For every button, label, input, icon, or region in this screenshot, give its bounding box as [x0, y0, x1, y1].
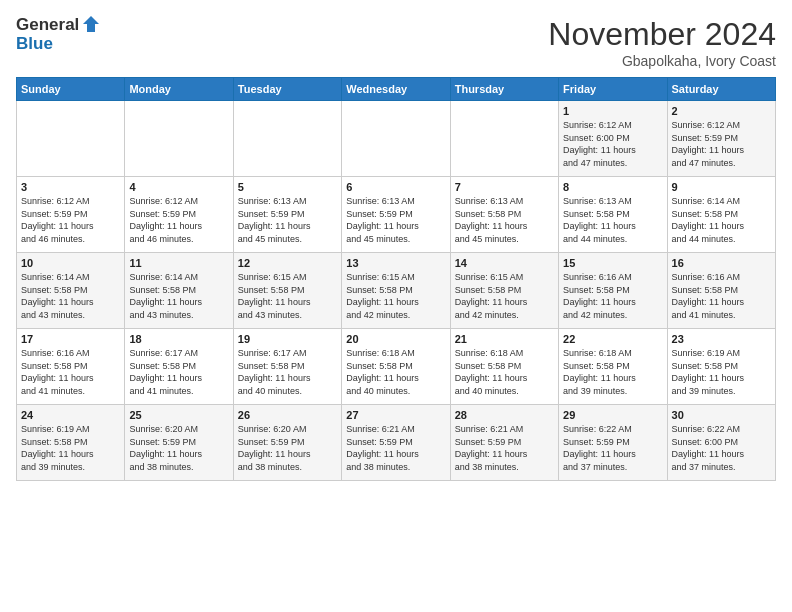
day-info: Sunset: 5:58 PM	[563, 360, 662, 373]
day-info: Daylight: 11 hours	[563, 220, 662, 233]
table-row: 7Sunrise: 6:13 AMSunset: 5:58 PMDaylight…	[450, 177, 558, 253]
table-row: 6Sunrise: 6:13 AMSunset: 5:59 PMDaylight…	[342, 177, 450, 253]
day-info: Sunrise: 6:14 AM	[672, 195, 771, 208]
day-info: Sunset: 5:59 PM	[346, 208, 445, 221]
day-info: Sunrise: 6:12 AM	[563, 119, 662, 132]
table-row: 22Sunrise: 6:18 AMSunset: 5:58 PMDayligh…	[559, 329, 667, 405]
day-number: 14	[455, 257, 554, 269]
day-number: 15	[563, 257, 662, 269]
day-info: and 41 minutes.	[21, 385, 120, 398]
day-info: and 38 minutes.	[129, 461, 228, 474]
day-number: 16	[672, 257, 771, 269]
day-info: Sunset: 5:59 PM	[346, 436, 445, 449]
day-number: 6	[346, 181, 445, 193]
day-info: Daylight: 11 hours	[238, 220, 337, 233]
day-number: 1	[563, 105, 662, 117]
day-info: Sunrise: 6:12 AM	[21, 195, 120, 208]
calendar-header-row: Sunday Monday Tuesday Wednesday Thursday…	[17, 78, 776, 101]
day-info: Sunset: 5:59 PM	[129, 436, 228, 449]
table-row: 2Sunrise: 6:12 AMSunset: 5:59 PMDaylight…	[667, 101, 775, 177]
day-info: Daylight: 11 hours	[129, 372, 228, 385]
day-info: Sunset: 5:58 PM	[129, 284, 228, 297]
calendar-table: Sunday Monday Tuesday Wednesday Thursday…	[16, 77, 776, 481]
day-info: Daylight: 11 hours	[238, 372, 337, 385]
table-row: 21Sunrise: 6:18 AMSunset: 5:58 PMDayligh…	[450, 329, 558, 405]
day-info: Daylight: 11 hours	[238, 448, 337, 461]
day-info: and 40 minutes.	[455, 385, 554, 398]
day-info: Sunset: 5:58 PM	[455, 208, 554, 221]
col-monday: Monday	[125, 78, 233, 101]
day-info: Sunset: 5:58 PM	[672, 360, 771, 373]
day-info: and 37 minutes.	[563, 461, 662, 474]
day-info: Sunset: 5:58 PM	[346, 360, 445, 373]
day-info: Sunset: 5:58 PM	[346, 284, 445, 297]
day-info: Sunrise: 6:12 AM	[672, 119, 771, 132]
day-number: 29	[563, 409, 662, 421]
day-info: Sunrise: 6:14 AM	[129, 271, 228, 284]
day-info: Sunset: 5:58 PM	[455, 284, 554, 297]
day-info: Daylight: 11 hours	[563, 144, 662, 157]
day-info: Sunset: 6:00 PM	[672, 436, 771, 449]
day-info: and 39 minutes.	[21, 461, 120, 474]
day-number: 17	[21, 333, 120, 345]
day-info: Sunset: 5:58 PM	[129, 360, 228, 373]
day-info: Sunset: 5:59 PM	[238, 208, 337, 221]
table-row: 28Sunrise: 6:21 AMSunset: 5:59 PMDayligh…	[450, 405, 558, 481]
table-row: 18Sunrise: 6:17 AMSunset: 5:58 PMDayligh…	[125, 329, 233, 405]
day-number: 25	[129, 409, 228, 421]
table-row: 20Sunrise: 6:18 AMSunset: 5:58 PMDayligh…	[342, 329, 450, 405]
day-info: and 47 minutes.	[672, 157, 771, 170]
day-info: Sunrise: 6:21 AM	[455, 423, 554, 436]
day-info: Sunset: 5:59 PM	[129, 208, 228, 221]
day-number: 13	[346, 257, 445, 269]
table-row: 17Sunrise: 6:16 AMSunset: 5:58 PMDayligh…	[17, 329, 125, 405]
table-row: 15Sunrise: 6:16 AMSunset: 5:58 PMDayligh…	[559, 253, 667, 329]
table-row	[450, 101, 558, 177]
day-info: and 45 minutes.	[238, 233, 337, 246]
header: General Blue November 2024 Gbapolkaha, I…	[16, 16, 776, 69]
day-info: and 42 minutes.	[563, 309, 662, 322]
table-row: 14Sunrise: 6:15 AMSunset: 5:58 PMDayligh…	[450, 253, 558, 329]
svg-marker-0	[83, 16, 99, 32]
day-info: Sunrise: 6:19 AM	[21, 423, 120, 436]
calendar-week-1: 1Sunrise: 6:12 AMSunset: 6:00 PMDaylight…	[17, 101, 776, 177]
day-info: Daylight: 11 hours	[455, 448, 554, 461]
day-info: Sunset: 5:58 PM	[455, 360, 554, 373]
location: Gbapolkaha, Ivory Coast	[548, 53, 776, 69]
table-row: 16Sunrise: 6:16 AMSunset: 5:58 PMDayligh…	[667, 253, 775, 329]
day-info: Daylight: 11 hours	[672, 220, 771, 233]
day-info: Sunrise: 6:13 AM	[563, 195, 662, 208]
day-info: Sunset: 5:59 PM	[21, 208, 120, 221]
table-row: 26Sunrise: 6:20 AMSunset: 5:59 PMDayligh…	[233, 405, 341, 481]
table-row	[233, 101, 341, 177]
day-info: Sunset: 5:58 PM	[563, 208, 662, 221]
day-info: Sunset: 5:58 PM	[672, 284, 771, 297]
day-info: Sunrise: 6:15 AM	[238, 271, 337, 284]
day-info: Daylight: 11 hours	[672, 296, 771, 309]
day-info: and 41 minutes.	[129, 385, 228, 398]
day-number: 9	[672, 181, 771, 193]
table-row: 4Sunrise: 6:12 AMSunset: 5:59 PMDaylight…	[125, 177, 233, 253]
day-number: 8	[563, 181, 662, 193]
day-info: Daylight: 11 hours	[21, 296, 120, 309]
day-number: 18	[129, 333, 228, 345]
day-info: Sunset: 5:58 PM	[21, 436, 120, 449]
day-number: 28	[455, 409, 554, 421]
day-number: 5	[238, 181, 337, 193]
col-saturday: Saturday	[667, 78, 775, 101]
day-info: Sunrise: 6:13 AM	[346, 195, 445, 208]
calendar-week-2: 3Sunrise: 6:12 AMSunset: 5:59 PMDaylight…	[17, 177, 776, 253]
table-row: 8Sunrise: 6:13 AMSunset: 5:58 PMDaylight…	[559, 177, 667, 253]
table-row	[125, 101, 233, 177]
day-info: Sunrise: 6:16 AM	[672, 271, 771, 284]
day-number: 20	[346, 333, 445, 345]
day-info: Sunset: 5:58 PM	[21, 284, 120, 297]
day-info: Sunrise: 6:13 AM	[455, 195, 554, 208]
day-number: 30	[672, 409, 771, 421]
day-info: Sunrise: 6:18 AM	[346, 347, 445, 360]
day-info: Daylight: 11 hours	[21, 372, 120, 385]
day-info: Sunrise: 6:12 AM	[129, 195, 228, 208]
table-row	[342, 101, 450, 177]
day-info: Daylight: 11 hours	[455, 220, 554, 233]
day-info: Daylight: 11 hours	[563, 448, 662, 461]
